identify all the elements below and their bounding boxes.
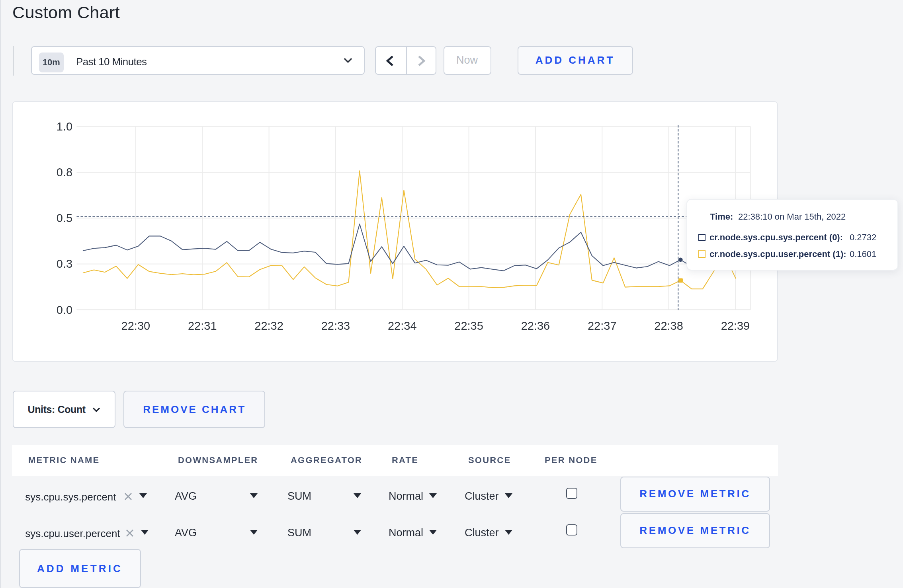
svg-text:22:37: 22:37 bbox=[588, 320, 617, 333]
svg-text:0.8: 0.8 bbox=[57, 166, 73, 179]
svg-text:1.0: 1.0 bbox=[57, 121, 73, 133]
svg-text:22:32: 22:32 bbox=[255, 320, 284, 333]
svg-text:0.5: 0.5 bbox=[57, 212, 73, 225]
svg-text:22:38: 22:38 bbox=[655, 320, 684, 333]
svg-text:22:36: 22:36 bbox=[522, 320, 551, 333]
svg-text:22:31: 22:31 bbox=[188, 320, 217, 333]
svg-text:22:34: 22:34 bbox=[388, 320, 417, 333]
svg-text:22:33: 22:33 bbox=[322, 320, 351, 333]
svg-text:22:30: 22:30 bbox=[122, 320, 151, 333]
svg-text:22:39: 22:39 bbox=[721, 320, 751, 333]
svg-text:0.0: 0.0 bbox=[57, 304, 73, 316]
svg-text:0.3: 0.3 bbox=[57, 258, 73, 271]
svg-text:22:35: 22:35 bbox=[455, 320, 484, 333]
